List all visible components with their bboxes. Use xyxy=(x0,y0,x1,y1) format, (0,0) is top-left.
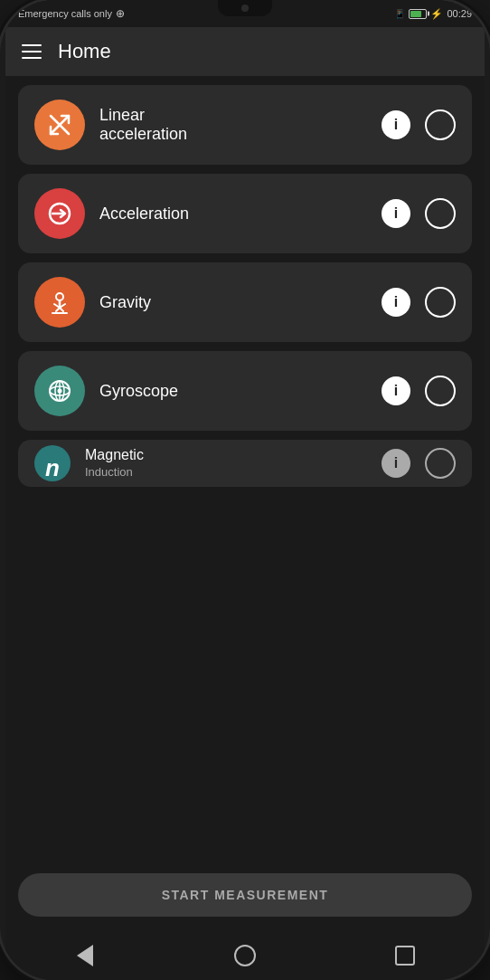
gyroscope-info-button[interactable]: i xyxy=(382,376,410,405)
gyroscope-icon xyxy=(34,366,85,416)
svg-line-10 xyxy=(60,308,63,311)
menu-line-2 xyxy=(22,51,42,52)
sensor-item-gyroscope[interactable]: Gyroscope i xyxy=(18,351,472,431)
magnetic-info-button[interactable]: i xyxy=(382,449,410,478)
menu-line-1 xyxy=(22,44,42,46)
camera-notch xyxy=(218,0,272,16)
back-button[interactable] xyxy=(71,942,99,969)
menu-button[interactable] xyxy=(22,44,42,59)
sensor-item-gravity[interactable]: Gravity i xyxy=(18,262,472,342)
gravity-label: Gravity xyxy=(99,293,367,312)
sensor-item-linear-acceleration[interactable]: Linearacceleration i xyxy=(18,85,472,165)
camera-dot xyxy=(241,5,249,12)
acceleration-icon xyxy=(34,188,85,239)
linear-acceleration-info-button[interactable]: i xyxy=(382,110,410,139)
charging-icon: ⚡ xyxy=(430,8,443,20)
phone-shell: Emergency calls only ⊕ 📱 ⚡ 00:29 Home xyxy=(0,0,490,980)
menu-line-3 xyxy=(22,57,42,59)
acceleration-info-button[interactable]: i xyxy=(382,199,410,228)
acceleration-svg xyxy=(45,199,74,228)
linear-acceleration-icon xyxy=(34,100,85,150)
linear-acceleration-svg xyxy=(45,110,74,139)
screen: Emergency calls only ⊕ 📱 ⚡ 00:29 Home xyxy=(5,0,485,980)
sim-icon: 📱 xyxy=(394,9,405,19)
gravity-select[interactable] xyxy=(425,287,456,318)
gravity-info-button[interactable]: i xyxy=(382,288,410,317)
sensor-list: Linearacceleration i Acceleration i xyxy=(5,76,485,864)
linear-acceleration-select[interactable] xyxy=(425,109,456,140)
gravity-svg xyxy=(45,288,74,317)
gyroscope-label: Gyroscope xyxy=(99,382,367,401)
emergency-text: Emergency calls only xyxy=(18,8,112,19)
page-title: Home xyxy=(58,40,111,63)
gravity-icon xyxy=(34,277,85,328)
status-right: 📱 ⚡ 00:29 xyxy=(394,8,472,20)
status-left: Emergency calls only ⊕ xyxy=(18,7,125,20)
gyroscope-select[interactable] xyxy=(425,376,456,406)
home-button[interactable] xyxy=(231,942,259,969)
acceleration-select[interactable] xyxy=(425,198,456,229)
battery-icon xyxy=(409,9,427,19)
magnetic-label: MagneticInduction xyxy=(85,447,367,480)
sensor-item-acceleration[interactable]: Acceleration i xyxy=(18,174,472,253)
back-icon xyxy=(77,945,93,966)
acceleration-label: Acceleration xyxy=(99,205,367,224)
magnetic-select[interactable] xyxy=(425,448,456,479)
battery-fill xyxy=(410,11,421,17)
usb-icon: ⊕ xyxy=(116,7,125,20)
bottom-button-area: START MEASUREMENT xyxy=(5,864,485,931)
magnetic-symbol: n xyxy=(45,456,60,481)
home-icon xyxy=(234,945,256,966)
magnetic-icon: n xyxy=(34,445,71,481)
sensor-item-magnetic[interactable]: n MagneticInduction i xyxy=(18,440,472,487)
navigation-bar xyxy=(5,931,485,980)
recents-icon xyxy=(395,946,415,966)
start-measurement-button[interactable]: START MEASUREMENT xyxy=(18,873,472,917)
app-top-bar: Home xyxy=(5,27,485,76)
time-display: 00:29 xyxy=(447,8,472,19)
linear-acceleration-label: Linearacceleration xyxy=(99,106,367,144)
gyroscope-svg xyxy=(45,376,74,405)
recents-button[interactable] xyxy=(391,942,419,969)
